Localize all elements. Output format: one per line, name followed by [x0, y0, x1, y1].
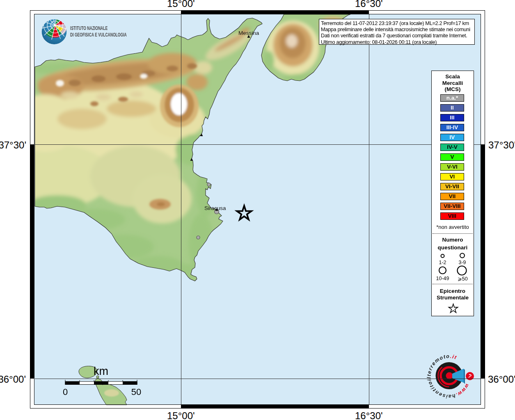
- svg-text:3-9: 3-9: [458, 260, 466, 265]
- svg-text:DI GEOFISICA E VULCANOLOGIA: DI GEOFISICA E VULCANOLOGIA: [70, 32, 127, 37]
- svg-text:50: 50: [131, 387, 141, 397]
- svg-text:1-2: 1-2: [439, 260, 446, 265]
- svg-text:km: km: [94, 365, 108, 377]
- svg-text:0: 0: [63, 387, 68, 397]
- svg-text:Siracusa: Siracusa: [204, 205, 226, 211]
- svg-text:⩾50: ⩾50: [458, 276, 467, 282]
- svg-text:ISTITUTO NAZIONALE: ISTITUTO NAZIONALE: [70, 25, 108, 31]
- svg-text:Messina: Messina: [238, 30, 259, 36]
- svg-text:10-49: 10-49: [436, 276, 449, 281]
